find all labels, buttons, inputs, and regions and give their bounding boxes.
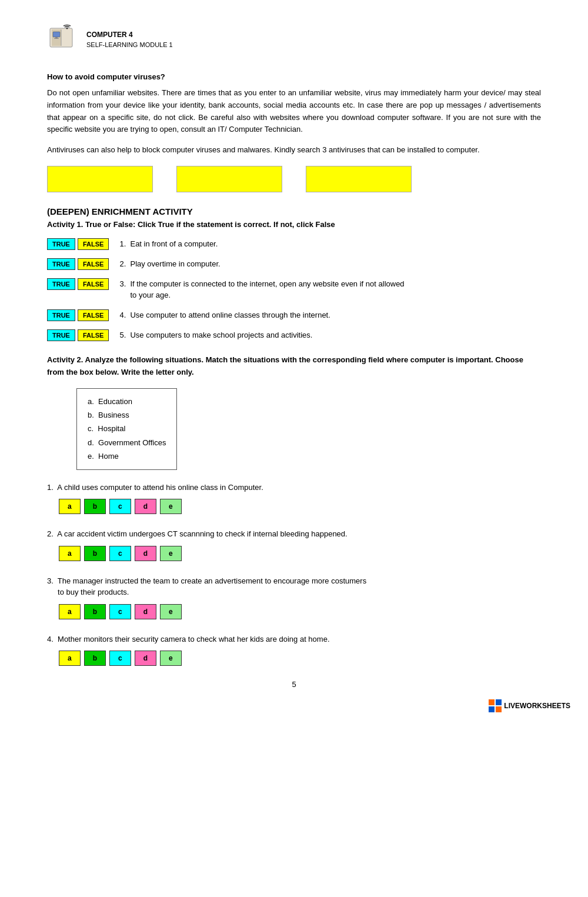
answer-buttons-2: a b c d e <box>59 546 541 561</box>
tf-buttons-3: TRUE FALSE <box>47 278 109 290</box>
situation-4: 4. Mother monitors their security camera… <box>47 633 541 666</box>
antivirus-boxes <box>47 166 541 192</box>
answer-2-b[interactable]: b <box>84 546 106 561</box>
tf-text-4: 4. Use computer to attend online classes… <box>119 309 330 321</box>
answer-1-e[interactable]: e <box>160 499 182 514</box>
situation-2-text: 2. A car accident victim undergoes CT sc… <box>47 528 541 540</box>
true-button-2[interactable]: TRUE <box>47 258 75 270</box>
tf-row-4: TRUE FALSE 4. Use computer to attend onl… <box>47 309 541 321</box>
situation-2: 2. A car accident victim undergoes CT sc… <box>47 528 541 561</box>
answer-1-b[interactable]: b <box>84 499 106 514</box>
answer-3-c[interactable]: c <box>109 604 131 619</box>
answer-1-a[interactable]: a <box>59 499 81 514</box>
svg-point-4 <box>66 28 68 29</box>
virus-paragraph2: Antiviruses can also help to block compu… <box>47 144 541 156</box>
virus-heading: How to avoid computer viruses? <box>47 72 541 81</box>
answer-4-a[interactable]: a <box>59 651 81 666</box>
choice-d: d. Government Offices <box>88 436 166 449</box>
tf-buttons-5: TRUE FALSE <box>47 329 109 341</box>
answer-1-c[interactable]: c <box>109 499 131 514</box>
answer-4-b[interactable]: b <box>84 651 106 666</box>
liveworksheets-logo: LIVEWORKSHEETS <box>489 699 570 712</box>
situation-4-text: 4. Mother monitors their security camera… <box>47 633 541 645</box>
false-button-1[interactable]: FALSE <box>78 238 109 250</box>
false-button-3[interactable]: FALSE <box>78 278 109 290</box>
virus-paragraph1: Do not open unfamiliar websites. There a… <box>47 87 541 136</box>
antivirus-box-2[interactable] <box>176 166 282 192</box>
choice-c: c. Hospital <box>88 422 166 435</box>
false-button-4[interactable]: FALSE <box>78 309 109 321</box>
page-header: COMPUTER 4 SELF-LEARNING MODULE 1 <box>47 24 541 56</box>
header-title: COMPUTER 4 <box>86 29 173 40</box>
activity1-heading: Activity 1. True or False: Click True if… <box>47 220 541 229</box>
tf-buttons-4: TRUE FALSE <box>47 309 109 321</box>
liveworksheets-label: LIVEWORKSHEETS <box>504 702 570 710</box>
antivirus-box-1[interactable] <box>47 166 153 192</box>
logo-icon <box>47 24 79 56</box>
answer-3-e[interactable]: e <box>160 604 182 619</box>
tf-text-5: 5. Use computers to make school projects… <box>119 329 312 341</box>
tf-row-3: TRUE FALSE 3. If the computer is connect… <box>47 278 541 301</box>
tf-buttons-2: TRUE FALSE <box>47 258 109 270</box>
answer-1-d[interactable]: d <box>135 499 156 514</box>
false-button-5[interactable]: FALSE <box>78 329 109 341</box>
answer-2-c[interactable]: c <box>109 546 131 561</box>
true-button-3[interactable]: TRUE <box>47 278 75 290</box>
choice-box: a. Education b. Business c. Hospital d. … <box>76 388 177 470</box>
true-false-list: TRUE FALSE 1. Eat in front of a computer… <box>47 238 541 341</box>
situation-3: 3. The manager instructed the team to cr… <box>47 575 541 619</box>
answer-4-c[interactable]: c <box>109 651 131 666</box>
answer-2-d[interactable]: d <box>135 546 156 561</box>
false-button-2[interactable]: FALSE <box>78 258 109 270</box>
svg-rect-5 <box>53 32 60 37</box>
tf-row-2: TRUE FALSE 2. Play overtime in computer. <box>47 258 541 270</box>
tf-text-1: 1. Eat in front of a computer. <box>119 238 218 250</box>
lw-icon <box>489 699 502 712</box>
tf-row-5: TRUE FALSE 5. Use computers to make scho… <box>47 329 541 341</box>
header-subtitle: SELF-LEARNING MODULE 1 <box>86 40 173 50</box>
true-button-4[interactable]: TRUE <box>47 309 75 321</box>
answer-3-d[interactable]: d <box>135 604 156 619</box>
choice-a: a. Education <box>88 395 166 408</box>
svg-rect-7 <box>54 38 59 39</box>
situation-1-text: 1. A child uses computer to attend his o… <box>47 482 541 493</box>
tf-row-1: TRUE FALSE 1. Eat in front of a computer… <box>47 238 541 250</box>
choice-e: e. Home <box>88 449 166 463</box>
situation-3-text: 3. The manager instructed the team to cr… <box>47 575 541 598</box>
svg-rect-2 <box>61 29 71 46</box>
answer-4-e[interactable]: e <box>160 651 182 666</box>
tf-buttons-1: TRUE FALSE <box>47 238 109 250</box>
answer-buttons-1: a b c d e <box>59 499 541 514</box>
answer-2-a[interactable]: a <box>59 546 81 561</box>
tf-text-2: 2. Play overtime in computer. <box>119 258 220 270</box>
answer-3-a[interactable]: a <box>59 604 81 619</box>
activity2-heading: Activity 2. Analyze the following situat… <box>47 354 541 379</box>
svg-rect-6 <box>55 37 58 38</box>
true-button-1[interactable]: TRUE <box>47 238 75 250</box>
answer-buttons-4: a b c d e <box>59 651 541 666</box>
answer-4-d[interactable]: d <box>135 651 156 666</box>
answer-2-e[interactable]: e <box>160 546 182 561</box>
answer-3-b[interactable]: b <box>84 604 106 619</box>
antivirus-box-3[interactable] <box>306 166 412 192</box>
situation-1: 1. A child uses computer to attend his o… <box>47 482 541 515</box>
true-button-5[interactable]: TRUE <box>47 329 75 341</box>
answer-buttons-3: a b c d e <box>59 604 541 619</box>
tf-text-3: 3. If the computer is connected to the i… <box>119 278 404 301</box>
page-number: 5 <box>47 680 541 689</box>
choice-b: b. Business <box>88 408 166 422</box>
enrichment-title: (DEEPEN) ENRICHMENT ACTIVITY <box>47 206 541 216</box>
